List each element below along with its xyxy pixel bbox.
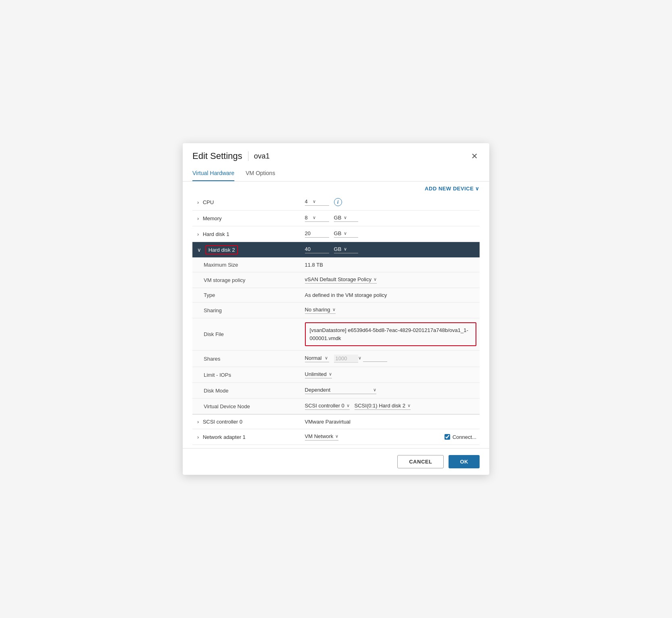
memory-select-wrapper: 8 4 16 32 ∨ — [305, 215, 329, 222]
network-adapter-value: VM Network ∨ Connect... — [302, 429, 480, 445]
virtual-device-node-label: Virtual Device Node — [192, 399, 302, 415]
scsi-controller-value: VMware Paravirtual — [302, 414, 480, 429]
node-select-wrapper: SCSI(0:1) Hard disk 2 ∨ — [355, 403, 411, 410]
sharing-select-wrapper: No sharing Multi-writer ∨ — [305, 307, 336, 314]
vm-storage-policy-label: VM storage policy — [192, 272, 302, 288]
close-button[interactable]: ✕ — [470, 150, 480, 162]
hard-disk2-size-wrapper: 40 — [305, 246, 329, 253]
cpu-info-icon[interactable]: i — [334, 198, 342, 206]
dialog-header: Edit Settings ova1 ✕ — [183, 143, 489, 162]
memory-value-cell: 8 4 16 32 ∨ GB MB ∨ — [302, 211, 480, 226]
limit-iops-select-wrapper: Unlimited Custom ∨ — [305, 371, 332, 378]
connect-label: Connect... — [453, 434, 476, 440]
title-separator — [248, 151, 248, 161]
disk-mode-value: Dependent Independent - Persistent Indep… — [302, 383, 480, 399]
settings-content: › CPU 4 1 2 8 16 ∨ — [183, 194, 489, 445]
scsi-controller-label: › SCSI controller 0 — [192, 414, 302, 429]
hard-disk2-unit-select[interactable]: GB MB — [334, 246, 349, 252]
maximum-size-label: Maximum Size — [192, 258, 302, 272]
dialog-subtitle: ova1 — [254, 152, 270, 161]
scsi-controller-row: › SCSI controller 0 VMware Paravirtual — [192, 414, 480, 429]
scsi-expand-icon[interactable]: › — [197, 419, 199, 425]
hard-disk1-unit-wrapper: GB MB ∨ — [334, 230, 358, 238]
hard-disk2-collapse-icon[interactable]: ∨ — [197, 247, 201, 253]
disk-mode-select[interactable]: Dependent Independent - Persistent Indep… — [305, 387, 378, 393]
network-adapter-label: › Network adapter 1 — [192, 429, 302, 445]
connect-checkbox[interactable] — [445, 434, 450, 440]
hard-disk1-size-wrapper: 20 — [305, 230, 329, 238]
cpu-select[interactable]: 4 1 2 8 16 — [305, 198, 317, 205]
type-label: Type — [192, 288, 302, 303]
edit-settings-dialog: Edit Settings ova1 ✕ Virtual Hardware VM… — [183, 143, 489, 475]
memory-row: › Memory 8 4 16 32 ∨ — [192, 211, 480, 226]
type-value: As defined in the VM storage policy — [302, 288, 480, 303]
maximum-size-row: Maximum Size 11.8 TB — [192, 258, 480, 272]
hard-disk2-header-row: ∨ Hard disk 2 40 GB — [192, 242, 480, 258]
hard-disk1-expand-icon[interactable]: › — [197, 232, 199, 237]
hard-disk1-size-select[interactable]: 20 — [305, 230, 317, 236]
controller-select[interactable]: SCSI controller 0 — [305, 403, 351, 409]
disk-file-box: [vsanDatastore] e6539d64-5bd8-7eac-4829-… — [305, 322, 476, 346]
tab-vm-options[interactable]: VM Options — [246, 166, 275, 181]
tab-virtual-hardware[interactable]: Virtual Hardware — [192, 166, 234, 181]
network-select[interactable]: VM Network — [305, 433, 340, 439]
shares-expand-chevron: ∨ — [358, 355, 361, 361]
sharing-select[interactable]: No sharing Multi-writer — [305, 307, 337, 313]
shares-select-wrapper: Normal Low High Custom ∨ — [305, 355, 329, 362]
settings-table: › CPU 4 1 2 8 16 ∨ — [192, 194, 480, 445]
shares-expand-wrapper: ∨ — [363, 355, 387, 362]
disk-file-label: Disk File — [192, 318, 302, 351]
vm-storage-policy-select[interactable]: vSAN Default Storage Policy — [305, 276, 378, 282]
sharing-value: No sharing Multi-writer ∨ — [302, 303, 480, 318]
limit-iops-value: Unlimited Custom ∨ — [302, 367, 480, 383]
vm-storage-policy-value: vSAN Default Storage Policy ∨ — [302, 272, 480, 288]
network-select-wrapper: VM Network ∨ — [305, 433, 338, 441]
shares-value-cell: Normal Low High Custom ∨ ∨ — [302, 351, 480, 367]
hard-disk2-size-select[interactable]: 40 — [305, 246, 317, 252]
cpu-select-wrapper: 4 1 2 8 16 ∨ — [305, 198, 329, 206]
sharing-label: Sharing — [192, 303, 302, 318]
limit-iops-select[interactable]: Unlimited Custom — [305, 371, 334, 377]
network-adapter-row: › Network adapter 1 VM Network ∨ — [192, 429, 480, 445]
network-expand-icon[interactable]: › — [197, 434, 199, 440]
dialog-title: Edit Settings — [192, 151, 242, 161]
vm-storage-policy-row: VM storage policy vSAN Default Storage P… — [192, 272, 480, 288]
limit-iops-row: Limit - IOPs Unlimited Custom ∨ — [192, 367, 480, 383]
cpu-row: › CPU 4 1 2 8 16 ∨ — [192, 194, 480, 211]
cpu-value-cell: 4 1 2 8 16 ∨ i — [302, 194, 480, 211]
ok-button[interactable]: OK — [449, 455, 480, 468]
virtual-device-node-value: SCSI controller 0 ∨ SCSI(0:1) Hard disk … — [302, 399, 480, 415]
disk-mode-row: Disk Mode Dependent Independent - Persis… — [192, 383, 480, 399]
memory-expand-icon[interactable]: › — [197, 216, 199, 221]
memory-select[interactable]: 8 4 16 32 — [305, 215, 317, 221]
dialog-footer: CANCEL OK — [183, 448, 489, 475]
disk-mode-select-wrapper: Dependent Independent - Persistent Indep… — [305, 387, 376, 394]
disk-mode-label: Disk Mode — [192, 383, 302, 399]
shares-select[interactable]: Normal Low High Custom — [305, 355, 330, 361]
virtual-device-node-row: Virtual Device Node SCSI controller 0 ∨ … — [192, 399, 480, 415]
hard-disk2-unit-wrapper: GB MB ∨ — [334, 246, 358, 253]
hard-disk2-value-cell: 40 GB MB ∨ — [302, 242, 480, 258]
cpu-label: › CPU — [192, 194, 302, 211]
hard-disk1-unit-select[interactable]: GB MB — [334, 230, 349, 236]
shares-number-input[interactable] — [334, 355, 358, 363]
disk-file-row: Disk File [vsanDatastore] e6539d64-5bd8-… — [192, 318, 480, 351]
limit-iops-label: Limit - IOPs — [192, 367, 302, 383]
maximum-size-value: 11.8 TB — [302, 258, 480, 272]
memory-unit-select-wrapper: GB MB ∨ — [334, 215, 358, 222]
hard-disk1-value-cell: 20 GB MB ∨ — [302, 226, 480, 242]
type-row: Type As defined in the VM storage policy — [192, 288, 480, 303]
chevron-down-icon: ∨ — [475, 186, 480, 192]
connect-wrapper: Connect... — [445, 434, 476, 440]
toolbar: ADD NEW DEVICE ∨ — [183, 182, 489, 194]
cpu-expand-icon[interactable]: › — [197, 200, 199, 205]
add-new-device-button[interactable]: ADD NEW DEVICE ∨ — [425, 186, 480, 192]
sharing-row: Sharing No sharing Multi-writer ∨ — [192, 303, 480, 318]
controller-select-wrapper: SCSI controller 0 ∨ — [305, 403, 350, 410]
memory-label: › Memory — [192, 211, 302, 226]
node-select[interactable]: SCSI(0:1) Hard disk 2 — [355, 403, 412, 409]
memory-unit-select[interactable]: GB MB — [334, 215, 349, 221]
hard-disk2-header-label-cell: ∨ Hard disk 2 — [192, 242, 302, 258]
cancel-button[interactable]: CANCEL — [397, 455, 444, 468]
tab-bar: Virtual Hardware VM Options — [183, 166, 489, 182]
